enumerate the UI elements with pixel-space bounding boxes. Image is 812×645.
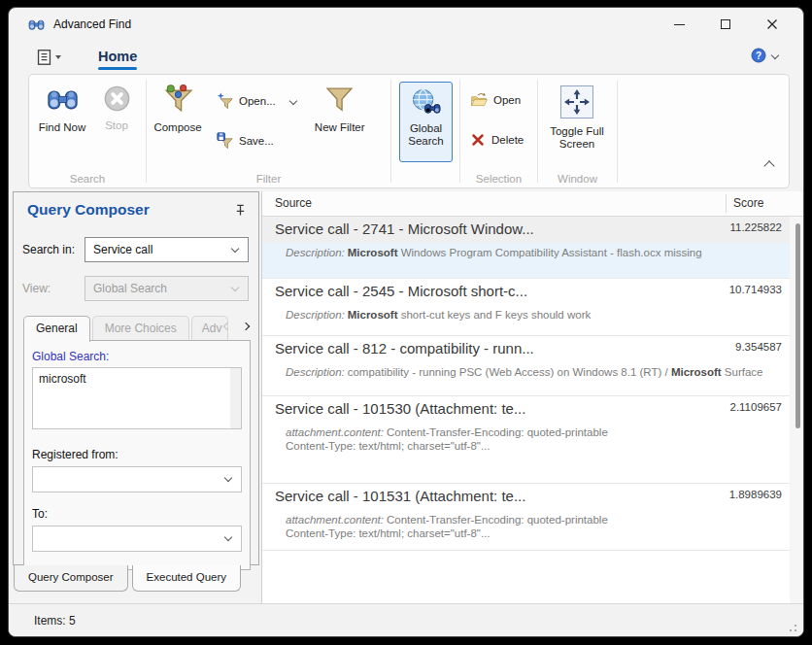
status-bar: Items: 5 (9, 603, 803, 637)
result-description: attachment.content:Content-Transfer-Enco… (286, 510, 790, 526)
active-tab-underline (98, 67, 137, 70)
tab-home-label: Home (98, 49, 137, 64)
ribbon-group-global-search: Global Search (391, 75, 459, 187)
find-now-binoculars-icon (47, 84, 79, 116)
file-menu-button[interactable] (32, 46, 65, 69)
to-select[interactable] (32, 526, 242, 552)
column-score[interactable]: Score (733, 196, 763, 210)
compose-button[interactable]: Compose (151, 75, 205, 134)
tab-general[interactable]: General (23, 316, 90, 342)
chevron-down-icon (231, 284, 239, 291)
save-filter-icon (217, 132, 233, 149)
group-label-window: Window (538, 173, 617, 185)
minimize-icon (674, 24, 685, 25)
find-now-button[interactable]: Find Now (35, 75, 89, 134)
new-filter-button[interactable]: New Filter (310, 75, 370, 134)
result-score: 11.225822 (729, 221, 782, 233)
ribbon-collapse-button[interactable] (761, 153, 777, 178)
tab-more-choices: More Choices (92, 316, 189, 341)
filter-open-save-column: Open... Save... (217, 75, 296, 149)
chevron-down-icon (231, 245, 239, 253)
result-description-line2: Content-Type: text/html; charset="utf-8"… (286, 526, 790, 540)
help-dropdown-icon[interactable] (771, 51, 779, 59)
open-filter-icon (217, 92, 233, 109)
registered-from-label: Registered from: (32, 448, 242, 461)
maximize-button[interactable] (702, 8, 749, 41)
result-title: Service call - 812 - compatibility - run… (275, 340, 534, 356)
delete-selection-button[interactable]: Delete (470, 132, 524, 148)
scrollbar-thumb[interactable] (795, 223, 800, 428)
toggle-full-screen-label: Toggle Full Screen (543, 125, 611, 151)
open-selection-button[interactable]: Open (470, 92, 524, 108)
help-icon[interactable]: ? (751, 48, 766, 63)
view-select: Global Search (85, 276, 249, 301)
ribbon-group-filter: Compose Open... (147, 75, 390, 187)
result-description: Description:Microsoft Windows Program Co… (286, 243, 790, 259)
view-value: Global Search (93, 282, 167, 295)
tab-executed-query[interactable]: Executed Query (132, 565, 241, 592)
result-description-line2: Content-Type: text/html; charset="utf-8"… (286, 439, 790, 453)
group-label-search: Search (29, 173, 146, 185)
global-search-toggle-button[interactable]: Global Search (399, 82, 453, 162)
result-title: Service call - 101531 (Attachment: te... (275, 488, 525, 504)
result-description: attachment.content:Content-Transfer-Enco… (286, 423, 790, 439)
query-composer-panel: Query Composer Search in: Service call V… (13, 191, 259, 601)
menu-icon (36, 49, 52, 66)
result-title: Service call - 2545 - Microsoft short-c.… (275, 283, 527, 299)
find-now-label: Find Now (39, 121, 86, 134)
result-score: 10.714933 (729, 284, 782, 295)
toggle-full-screen-button[interactable]: Toggle Full Screen (543, 85, 611, 151)
svg-text:?: ? (756, 51, 761, 61)
save-filter-button[interactable]: Save... (217, 132, 296, 149)
group-label-filter: Filter (147, 173, 390, 185)
result-row[interactable]: Service call - 2741 - Microsoft Window..… (262, 217, 790, 279)
search-in-select[interactable]: Service call (85, 237, 249, 262)
ribbon-group-window: Toggle Full Screen Window (538, 75, 617, 187)
stop-icon (102, 84, 132, 114)
ribbon-group-selection: Open Delete Selection (460, 75, 537, 187)
window-title: Advanced Find (53, 17, 131, 31)
general-tab-panel: Global Search: microsoft Registered from… (23, 340, 251, 570)
app-binoculars-icon (28, 17, 45, 33)
global-search-icon (411, 88, 441, 119)
column-source[interactable]: Source (275, 196, 312, 210)
search-in-label: Search in: (22, 243, 85, 256)
result-row[interactable]: Service call - 2545 - Microsoft short-c.… (262, 279, 790, 336)
result-title: Service call - 101530 (Attachment: te... (275, 400, 525, 417)
close-icon (766, 18, 778, 30)
search-in-value: Service call (93, 243, 152, 256)
open-filter-button[interactable]: Open... (217, 92, 296, 109)
result-row[interactable]: Service call - 101530 (Attachment: te...… (262, 396, 790, 484)
minimize-button[interactable] (656, 8, 702, 41)
items-count: Items: 5 (34, 614, 76, 628)
global-search-label: Global Search (400, 122, 452, 148)
global-search-input[interactable]: microsoft (32, 367, 242, 429)
chevron-down-icon (224, 474, 232, 482)
advanced-find-window: Advanced Find Home ? (8, 7, 804, 637)
pin-icon[interactable] (234, 203, 247, 217)
tab-scroll-right-icon[interactable] (242, 322, 250, 330)
delete-selection-label: Delete (491, 134, 524, 146)
to-label: To: (32, 507, 242, 521)
delete-icon (470, 132, 486, 148)
tab-query-composer[interactable]: Query Composer (14, 565, 128, 592)
stop-label: Stop (105, 119, 128, 132)
result-row[interactable]: Service call - 101531 (Attachment: te...… (262, 484, 790, 551)
open-folder-icon (470, 92, 488, 108)
result-score: 1.8989639 (729, 489, 782, 500)
panel-title: Query Composer (27, 201, 234, 219)
results-scrollbar[interactable] (790, 217, 804, 603)
resize-grip-icon[interactable] (787, 622, 796, 631)
registered-from-select[interactable] (32, 466, 242, 492)
tab-home[interactable]: Home (98, 45, 137, 70)
tab-scroll-left-icon (223, 322, 231, 330)
query-composer-tabs: General More Choices Adv (23, 316, 251, 341)
results-header: Source Score (262, 191, 804, 217)
open-selection-label: Open (493, 94, 521, 106)
close-button[interactable] (749, 8, 795, 41)
open-filter-dropdown-icon[interactable] (288, 96, 296, 104)
result-row[interactable]: Service call - 812 - compatibility - run… (262, 336, 790, 396)
global-search-field-label: Global Search: (32, 350, 242, 363)
result-score: 2.1109657 (729, 401, 782, 413)
group-label-selection: Selection (460, 173, 537, 185)
